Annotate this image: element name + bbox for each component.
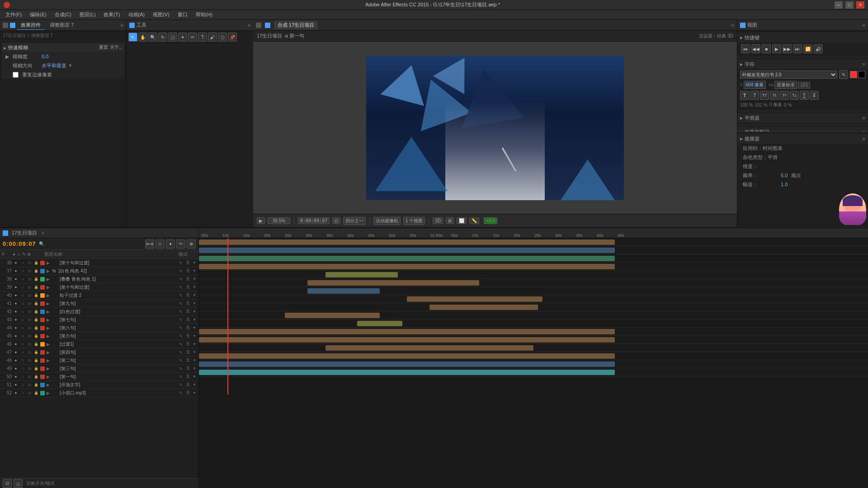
stamp-tool[interactable]: ⬡ xyxy=(218,33,227,42)
layer-color[interactable] xyxy=(40,342,45,347)
layer-audio-btn[interactable]: ♫ xyxy=(19,341,26,347)
track-bar[interactable] xyxy=(199,264,615,269)
layer-expand-btn[interactable]: ▶ xyxy=(46,375,51,379)
layer-visibility-btn[interactable]: ● xyxy=(13,284,19,291)
panel-tab-effects[interactable]: 效果控件 xyxy=(17,21,44,30)
maximize-button[interactable]: □ xyxy=(845,1,854,9)
track-bar[interactable] xyxy=(199,256,615,261)
layer-audio-btn[interactable]: ♫ xyxy=(19,317,26,323)
layer-lock-btn[interactable]: 🔒 xyxy=(33,382,39,388)
track-bar[interactable] xyxy=(199,248,615,253)
menu-animation[interactable]: 动画(A) xyxy=(125,10,149,19)
layer-lock-btn[interactable]: 🔒 xyxy=(33,349,39,356)
layer-color[interactable] xyxy=(40,277,45,282)
tracking-pct[interactable]: 0 % xyxy=(784,103,792,108)
layer-lock-btn[interactable]: 🔒 xyxy=(33,374,39,380)
layer-expand-btn[interactable]: ▶ xyxy=(46,383,51,387)
underline-btn[interactable]: T xyxy=(800,91,809,100)
minimize-button[interactable]: — xyxy=(835,1,843,9)
pan-tool[interactable]: ✦ xyxy=(178,33,187,42)
menu-help[interactable]: 帮助(H) xyxy=(192,10,216,19)
edit-font-btn[interactable]: ✎ xyxy=(839,70,848,79)
layer-lock-btn[interactable]: 🔒 xyxy=(33,366,39,372)
layer-blend-btn[interactable]: 无 xyxy=(184,276,191,282)
layer-visibility-btn[interactable]: ● xyxy=(13,390,19,396)
layer-visibility-btn[interactable]: ● xyxy=(13,276,19,282)
layer-dropdown-btn[interactable]: ▼ xyxy=(191,333,198,339)
loop-btn[interactable]: 🔁 xyxy=(803,44,812,53)
char-menu[interactable]: ≡ xyxy=(863,61,865,67)
time-offset-btn[interactable]: +0.0 xyxy=(484,217,497,224)
scale-h-label[interactable]: 100 % xyxy=(740,103,753,108)
smoother-menu[interactable]: ≡ xyxy=(863,115,865,121)
track-bar[interactable] xyxy=(199,353,615,359)
track-bar[interactable] xyxy=(199,337,615,343)
layer-blend-btn[interactable]: 无 xyxy=(184,366,191,372)
layer-expand-btn[interactable]: ▶ xyxy=(46,293,51,298)
layer-blend-btn[interactable]: 无 xyxy=(184,374,191,380)
small-caps-btn[interactable]: Tt xyxy=(770,91,779,100)
layer-lock-btn[interactable]: 🔒 xyxy=(33,317,39,323)
layer-visibility-btn[interactable]: ● xyxy=(13,374,19,380)
layer-solo-btn[interactable]: ◎ xyxy=(26,276,33,282)
layer-dropdown-btn[interactable]: ▼ xyxy=(191,284,198,291)
layer-solo-btn[interactable]: ◎ xyxy=(26,317,33,323)
bold-btn[interactable]: T xyxy=(740,91,749,100)
comp-tab-main[interactable]: 合成 17生日项目 xyxy=(274,21,318,29)
timeline-timecode[interactable]: 0:00:09:07 xyxy=(3,240,36,247)
layer-lock-btn[interactable]: 🔒 xyxy=(33,276,39,282)
layer-audio-btn[interactable]: ♫ xyxy=(19,292,26,299)
track-bar[interactable] xyxy=(326,272,398,277)
3d-btn[interactable]: 3D xyxy=(433,217,443,224)
camera-tool[interactable]: 🎥 xyxy=(168,33,177,42)
layer-dropdown-btn[interactable]: ▼ xyxy=(191,374,198,380)
layer-blend-btn[interactable]: 无 xyxy=(184,341,191,347)
layer-audio-btn[interactable]: ♫ xyxy=(19,374,26,380)
layer-audio-btn[interactable]: ♫ xyxy=(19,309,26,315)
blur-direction-dropdown[interactable]: ▼ xyxy=(68,63,72,68)
layer-expand-btn[interactable]: ▶ xyxy=(46,285,51,290)
layer-dropdown-btn[interactable]: ▼ xyxy=(191,300,198,307)
layer-audio-btn[interactable]: ♫ xyxy=(19,300,26,307)
next-frame-btn[interactable]: ▶▶ xyxy=(783,44,792,53)
effect-reset[interactable]: 重置 xyxy=(99,44,108,51)
layer-audio-btn[interactable]: ♫ xyxy=(19,276,26,282)
panel-menu-icon[interactable]: ≡ xyxy=(121,23,123,28)
track-bar[interactable] xyxy=(285,313,380,318)
timeline-menu[interactable]: ≡ xyxy=(42,230,44,235)
font-size-value[interactable]: 604 像素 xyxy=(744,81,766,89)
layer-blend-btn[interactable]: 无 xyxy=(184,300,191,307)
rulers-btn[interactable]: 📏 xyxy=(469,217,479,224)
layer-lock-btn[interactable]: 🔒 xyxy=(33,268,39,274)
layer-visibility-btn[interactable]: ● xyxy=(13,349,19,356)
wiggler-header[interactable]: 摇摆器 ≡ xyxy=(737,134,868,144)
layer-solo-btn[interactable]: ◎ xyxy=(26,309,33,315)
menu-effect[interactable]: 效果(T) xyxy=(100,10,123,19)
layer-expand-btn[interactable]: ▶ xyxy=(46,277,51,282)
timecode-btn[interactable]: 0:00:09:07 xyxy=(298,217,330,224)
hand-tool[interactable]: ✋ xyxy=(138,33,147,42)
menu-file[interactable]: 文件(F) xyxy=(2,10,25,19)
layer-expand-btn[interactable]: ▶ xyxy=(46,318,51,322)
layer-solo-btn[interactable]: ◎ xyxy=(26,333,33,339)
layer-effect-icon[interactable]: fx xyxy=(52,268,56,273)
layer-blend-btn[interactable]: 无 xyxy=(184,349,191,356)
layer-blend-btn[interactable]: 无 xyxy=(184,284,191,291)
layer-blend-btn[interactable]: 无 xyxy=(184,357,191,364)
layer-solo-btn[interactable]: ◎ xyxy=(26,390,33,396)
add-keyframe-btn[interactable]: ♦ xyxy=(166,239,175,249)
panel-tab-adjust[interactable]: 调整图层 7 xyxy=(46,21,77,29)
layer-dropdown-btn[interactable]: ▼ xyxy=(191,349,198,356)
smoother-header[interactable]: 平滑器 ≡ xyxy=(737,113,868,123)
go-end-btn[interactable]: ⏭ xyxy=(793,44,802,53)
pen-tool[interactable]: ✏ xyxy=(188,33,197,42)
layer-blend-btn[interactable]: 无 xyxy=(184,325,191,331)
layer-visibility-btn[interactable]: ● xyxy=(13,382,19,388)
grid-btn[interactable]: ⊞ xyxy=(446,217,454,224)
layer-audio-btn[interactable]: ♫ xyxy=(19,390,26,396)
tools-menu-icon[interactable]: ≡ xyxy=(248,23,250,28)
layer-audio-btn[interactable]: ♫ xyxy=(19,349,26,356)
text-tool[interactable]: T xyxy=(198,33,207,42)
comp-menu-icon[interactable]: ≡ xyxy=(731,23,734,28)
tracking-value[interactable]: 183 xyxy=(798,82,810,89)
